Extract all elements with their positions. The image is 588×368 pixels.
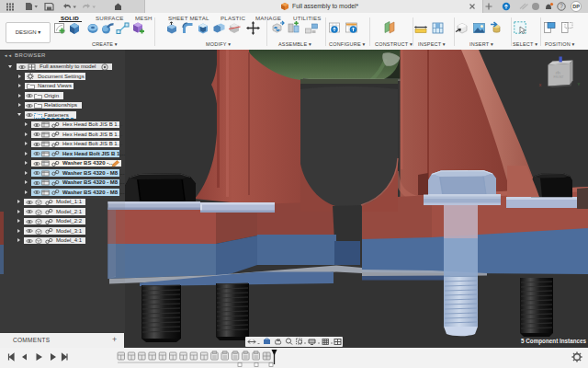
svg-text:X: X — [539, 83, 542, 87]
svg-text:┏╋┓: ┏╋┓ — [555, 70, 560, 75]
svg-text:FRONT: FRONT — [554, 75, 564, 79]
svg-text:DP: DP — [572, 4, 580, 9]
svg-text:?: ? — [560, 3, 563, 9]
svg-text:Y: Y — [578, 82, 581, 86]
